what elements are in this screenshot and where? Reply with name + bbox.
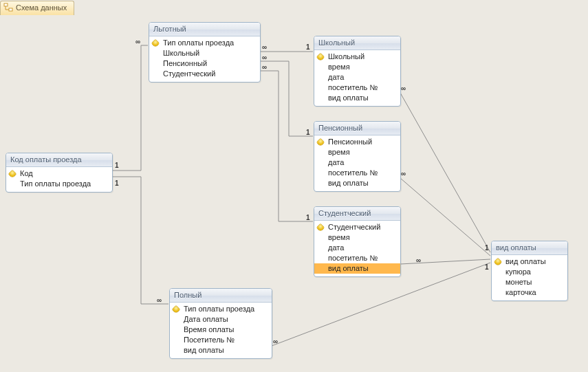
table-fields: Тип оплаты проезда Дата оплаты Время опл… <box>170 303 272 358</box>
table-row[interactable]: время <box>314 147 400 157</box>
cif3: ∞ <box>416 256 421 264</box>
table-fields: Пенсионный время дата посетитель № вид о… <box>314 135 400 191</box>
table-row[interactable]: Тип оплаты проезда <box>149 38 260 48</box>
table-row[interactable]: вид оплаты <box>314 178 400 188</box>
svg-rect-1 <box>9 8 12 11</box>
table-row[interactable]: дата <box>314 157 400 168</box>
table-row-selected[interactable]: вид оплаты <box>314 263 400 274</box>
table-row[interactable]: Время оплаты <box>170 325 272 335</box>
cic: 1 <box>306 43 310 51</box>
c11: 1 <box>485 244 489 252</box>
card-infb: ∞ <box>157 296 162 304</box>
table-row[interactable]: Студентческий <box>149 69 260 79</box>
table-fields: Тип оплаты проезда Школьный Пенсионный С… <box>149 36 260 82</box>
c12: 1 <box>485 263 489 271</box>
table-row[interactable]: посетитель № <box>314 168 400 178</box>
table-row[interactable]: Код <box>6 168 112 179</box>
tab-schema[interactable]: Схема данных <box>0 1 74 16</box>
table-title[interactable]: Пенсионный <box>314 122 400 135</box>
svg-rect-0 <box>4 3 8 6</box>
table-row[interactable]: вид оплаты <box>314 93 400 103</box>
cid: 1 <box>306 129 310 136</box>
card-1b: 1 <box>115 179 119 187</box>
relationship-lines: 1 ∞ 1 ∞ ∞ 1 ∞ 1 ∞ 1 ∞ 1 ∞ ∞ ∞ 1 <box>0 15 588 372</box>
table-title[interactable]: Полный <box>170 289 272 303</box>
table-row[interactable]: Школьный <box>149 48 260 58</box>
table-row[interactable]: вид оплаты <box>492 256 567 267</box>
c1e: ∞ <box>262 63 267 71</box>
table-kod-oplaty[interactable]: Код оплаты проезда Код Тип оплаты проезд… <box>6 153 113 193</box>
table-row[interactable]: вид оплаты <box>170 345 272 355</box>
table-row[interactable]: время <box>314 232 400 243</box>
card-inf: ∞ <box>135 38 140 45</box>
table-row[interactable]: Пенсионный <box>149 58 260 69</box>
table-fields: Школьный время дата посетитель № вид опл… <box>314 50 400 106</box>
table-fields: Студентческий время дата посетитель № ви… <box>314 221 400 276</box>
cif4: ∞ <box>273 338 278 345</box>
c1d: ∞ <box>262 54 267 61</box>
table-fields: вид оплаты купюра монеты карточка <box>492 255 567 300</box>
table-row[interactable]: посетитель № <box>314 83 400 93</box>
table-row[interactable]: Тип оплаты проезда <box>170 304 272 314</box>
tab-title: Схема данных <box>16 3 67 12</box>
table-row[interactable]: карточка <box>492 287 567 298</box>
table-vid-oplaty[interactable]: вид оплаты вид оплаты купюра монеты карт… <box>491 241 568 301</box>
cif2: ∞ <box>401 170 406 177</box>
table-row[interactable]: монеты <box>492 277 567 287</box>
table-polny[interactable]: Полный Тип оплаты проезда Дата оплаты Вр… <box>169 288 272 359</box>
table-studentchesky[interactable]: Студентческий Студентческий время дата п… <box>314 206 401 277</box>
table-row[interactable]: Школьный <box>314 52 400 62</box>
table-lgotny[interactable]: Льготный Тип оплаты проезда Школьный Пен… <box>149 22 261 83</box>
table-fields: Код Тип оплаты проезда <box>6 167 112 192</box>
table-title[interactable]: Льготный <box>149 23 260 36</box>
cif1: ∞ <box>401 85 406 92</box>
schema-canvas[interactable]: 1 ∞ 1 ∞ ∞ 1 ∞ 1 ∞ 1 ∞ 1 ∞ ∞ ∞ 1 Код опла… <box>0 15 588 372</box>
table-row[interactable]: дата <box>314 72 400 83</box>
table-title[interactable]: вид оплаты <box>492 241 567 255</box>
table-row[interactable]: Пенсионный <box>314 137 400 147</box>
table-title[interactable]: Студентческий <box>314 207 400 221</box>
table-row[interactable]: Студентческий <box>314 222 400 232</box>
cie: 1 <box>306 214 310 221</box>
table-title[interactable]: Код оплаты проезда <box>6 153 112 167</box>
table-row[interactable]: дата <box>314 243 400 253</box>
card-1: 1 <box>115 162 119 169</box>
table-title[interactable]: Школьный <box>314 36 400 50</box>
table-row[interactable]: Дата оплаты <box>170 314 272 325</box>
relationships-icon <box>3 3 13 12</box>
table-pensionny[interactable]: Пенсионный Пенсионный время дата посетит… <box>314 121 401 192</box>
table-row[interactable]: Посетитель № <box>170 335 272 345</box>
table-row[interactable]: Тип оплаты проезда <box>6 179 112 189</box>
table-row[interactable]: время <box>314 62 400 72</box>
table-row[interactable]: посетитель № <box>314 253 400 263</box>
c1c: ∞ <box>262 43 267 51</box>
table-row[interactable]: купюра <box>492 267 567 277</box>
table-shkolny[interactable]: Школьный Школьный время дата посетитель … <box>314 36 401 107</box>
